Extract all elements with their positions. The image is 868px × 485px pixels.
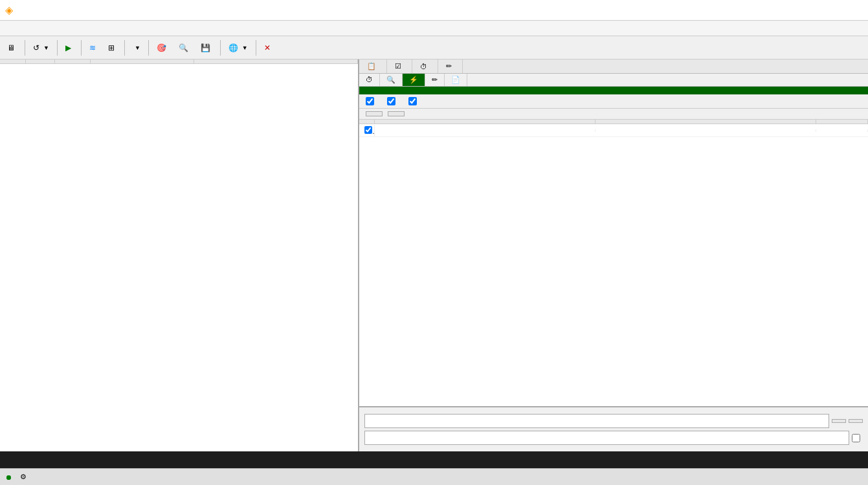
- toolbar-separator-3: [81, 40, 82, 56]
- inspectors-icon: 🔍: [386, 76, 395, 83]
- go-button[interactable]: ▶: [61, 41, 78, 55]
- capture-icon: ⏺: [5, 473, 12, 481]
- toolbar-separator-6: [220, 40, 221, 56]
- menu-tools[interactable]: [34, 27, 44, 30]
- tab-apitest[interactable]: ✏: [438, 59, 463, 73]
- any-process-button[interactable]: 🎯: [152, 41, 173, 55]
- menu-edit[interactable]: [13, 27, 23, 30]
- tab-timeline[interactable]: ⏱: [412, 59, 438, 73]
- test-button[interactable]: [832, 419, 846, 423]
- composer-icon: ✏: [432, 76, 438, 83]
- rule-file-input[interactable]: [364, 431, 849, 445]
- minimize-button[interactable]: [806, 3, 821, 18]
- info-banner: [359, 87, 868, 94]
- replay-button[interactable]: ↺ ▼: [28, 41, 54, 55]
- filters-icon: ☑: [395, 62, 401, 70]
- toolbar: 🖥 ↺ ▼ ▶ ≋ ⊞ ▼ 🎯 🔍 💾 🌐 ▼: [0, 36, 868, 59]
- menu-view[interactable]: [44, 27, 54, 30]
- go-icon: ▶: [65, 43, 71, 52]
- main-area: 📋 ☑ ⏱ ✏ ⏱ 🔍: [0, 59, 868, 451]
- tab-log[interactable]: 📋: [359, 59, 387, 73]
- tab-filters[interactable]: ☑: [387, 59, 412, 73]
- sessions-header: [0, 59, 358, 64]
- rule-save-button[interactable]: [849, 419, 863, 423]
- rule-url-input[interactable]: [364, 414, 829, 428]
- save-button[interactable]: 💾: [196, 41, 217, 55]
- replay-dropdown-icon: ▼: [43, 45, 49, 51]
- status-bar: ⏺ ⚙: [0, 468, 868, 485]
- winconfig-button[interactable]: 🖥: [3, 41, 21, 55]
- col-header-protocol: [55, 59, 91, 63]
- toolbar-separator-7: [256, 40, 256, 56]
- import-button[interactable]: [388, 111, 405, 116]
- top-tab-row: 📋 ☑ ⏱ ✏: [359, 59, 868, 74]
- log-icon: 📋: [367, 62, 376, 70]
- col-header-num: [0, 59, 26, 63]
- rules-header-check: [359, 120, 375, 124]
- menu-rules[interactable]: [23, 27, 34, 30]
- browse-dropdown-icon: ▼: [242, 45, 248, 51]
- rule-latency-value: [816, 129, 868, 132]
- action-bar: [359, 109, 868, 120]
- sessions-list[interactable]: [0, 64, 358, 451]
- capturing-indicator: ⏺: [5, 473, 12, 481]
- keep-sessions-button[interactable]: ▼: [128, 42, 145, 54]
- enable-latency-checkbox[interactable]: [408, 97, 419, 105]
- rules-header: [359, 120, 868, 124]
- col-header-host: [91, 59, 194, 63]
- col-header-result: [26, 59, 55, 63]
- decode-icon: ⊞: [108, 43, 115, 52]
- match-once-input[interactable]: [852, 434, 860, 442]
- match-only-once-checkbox[interactable]: [852, 434, 863, 442]
- enable-rules-input[interactable]: [366, 97, 374, 105]
- rule-checkbox[interactable]: [359, 125, 375, 136]
- winconfig-icon: 🖥: [7, 43, 15, 52]
- clear-cache-button[interactable]: ✕: [260, 41, 277, 55]
- keep-dropdown-icon: ▼: [135, 45, 140, 51]
- tab-statistics[interactable]: ⏱: [359, 74, 380, 86]
- tab-autoresponder[interactable]: ⚡: [403, 74, 425, 86]
- title-bar-left: ◈: [5, 4, 17, 16]
- rules-table: [359, 120, 868, 406]
- all-processes-label: ⚙: [20, 473, 27, 481]
- add-rule-button[interactable]: [366, 111, 383, 116]
- app-icon: ◈: [5, 4, 13, 16]
- enable-rules-checkbox[interactable]: [366, 97, 377, 105]
- globe-icon: 🌐: [228, 43, 238, 52]
- quickexec-bar: [0, 451, 868, 468]
- apitest-icon: ✏: [446, 62, 452, 70]
- sessions-panel: [0, 59, 359, 451]
- target-icon: 🎯: [157, 43, 166, 52]
- decode-button[interactable]: ⊞: [104, 41, 121, 55]
- toolbar-separator-5: [148, 40, 149, 56]
- rule-respond-value: [595, 129, 816, 132]
- rule-file-row: [364, 431, 863, 445]
- rule-editor: [359, 406, 868, 451]
- options-bar: [359, 94, 868, 109]
- replay-icon: ↺: [33, 43, 39, 52]
- tab-fiddlerscript[interactable]: 📄: [445, 74, 467, 86]
- menu-bar: [0, 21, 868, 36]
- menu-file[interactable]: [3, 27, 13, 30]
- rules-header-respond: [595, 120, 816, 124]
- stream-icon: ≋: [89, 43, 96, 52]
- title-bar: ◈: [0, 0, 868, 21]
- fiddlerscript-icon: 📄: [451, 76, 460, 83]
- status-bar-left: ⏺ ⚙: [5, 473, 42, 481]
- unmatched-passthrough-checkbox[interactable]: [387, 97, 398, 105]
- menu-help[interactable]: [54, 27, 65, 30]
- process-icon: ⚙: [20, 473, 27, 480]
- stream-button[interactable]: ≋: [85, 41, 102, 55]
- menu-fiddler[interactable]: [65, 27, 75, 30]
- tab-inspectors[interactable]: 🔍: [380, 74, 403, 86]
- menu-geoedge[interactable]: [75, 27, 85, 30]
- title-bar-controls: [806, 3, 863, 18]
- close-button[interactable]: [847, 3, 863, 18]
- browse-button[interactable]: 🌐 ▼: [224, 41, 252, 55]
- maximize-button[interactable]: [827, 3, 842, 18]
- rule-row[interactable]: [359, 124, 868, 137]
- unmatched-input[interactable]: [387, 97, 395, 105]
- find-button[interactable]: 🔍: [174, 41, 195, 55]
- tab-composer[interactable]: ✏: [425, 74, 445, 86]
- latency-input[interactable]: [408, 97, 417, 105]
